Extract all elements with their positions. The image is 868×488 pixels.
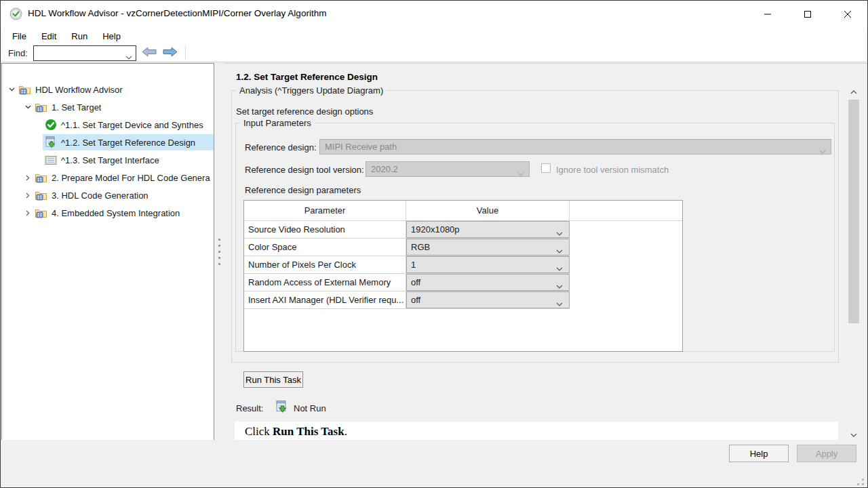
find-combobox[interactable] xyxy=(33,45,136,61)
parameter-name: Insert AXI Manager (HDL Verifier requ... xyxy=(244,291,406,309)
table-row: Random Access of External Memory off xyxy=(244,274,682,291)
chevron-collapsed-icon[interactable] xyxy=(22,175,33,181)
tree-item-label: 3. HDL Code Generation xyxy=(52,190,149,201)
find-previous-button[interactable] xyxy=(141,46,157,60)
tree-item-label: 1. Set Target xyxy=(52,102,101,113)
dropdown-value: off xyxy=(411,295,420,305)
parameter-column-header: Parameter xyxy=(244,201,406,220)
menu-edit[interactable]: Edit xyxy=(36,29,62,43)
chevron-expanded-icon[interactable] xyxy=(22,105,33,109)
find-toolbar: Find: xyxy=(1,44,867,62)
arrow-left-icon xyxy=(142,47,157,59)
minimize-button[interactable] xyxy=(752,1,783,28)
scroll-down-icon[interactable] xyxy=(847,429,861,441)
task-list-icon xyxy=(44,154,57,166)
workflow-folder-icon xyxy=(35,171,47,184)
workflow-tree: HDL Workflow Advisor xyxy=(2,81,214,222)
tree-item-label: 4. Embedded System Integration xyxy=(52,208,180,218)
tree-item-label: ^1.3. Set Target Interface xyxy=(61,155,159,165)
reference-design-dropdown[interactable]: MIPI Receive path xyxy=(319,139,831,155)
find-next-button[interactable] xyxy=(162,46,178,60)
toolbar-separator xyxy=(185,46,186,60)
instruction-prefix: Click xyxy=(245,425,273,438)
chevron-down-icon xyxy=(819,146,826,156)
chevron-collapsed-icon[interactable] xyxy=(22,210,33,216)
menu-help[interactable]: Help xyxy=(97,29,126,43)
find-input[interactable] xyxy=(37,47,122,59)
menu-bar: File Edit Run Help xyxy=(1,28,867,44)
insert-axi-manager-dropdown[interactable]: off xyxy=(406,291,570,308)
tree-item-hdl-workflow-advisor[interactable]: HDL Workflow Advisor xyxy=(2,81,214,98)
table-row: Source Video Resolution 1920x1080p xyxy=(244,221,682,239)
task-vertical-scrollbar[interactable] xyxy=(847,86,861,441)
ignore-mismatch-checkbox[interactable] xyxy=(541,163,551,173)
chevron-down-icon[interactable] xyxy=(125,52,132,62)
table-row: Color Space RGB xyxy=(244,239,682,256)
value-column-header: Value xyxy=(406,201,570,220)
dropdown-value: 1920x1080p xyxy=(411,224,460,235)
chevron-down-icon xyxy=(556,281,563,291)
result-status: Not Run xyxy=(294,403,326,413)
task-message-area: Click Run This Task. xyxy=(235,422,838,441)
help-button[interactable]: Help xyxy=(729,445,789,462)
ignore-mismatch-label: Ignore tool version mismatch xyxy=(556,165,669,175)
pixels-per-clock-dropdown[interactable]: 1 xyxy=(406,256,570,273)
workflow-folder-icon xyxy=(35,207,47,219)
panel-splitter[interactable] xyxy=(215,63,224,440)
menu-file[interactable]: File xyxy=(7,29,32,43)
task-current-icon xyxy=(44,136,57,148)
task-detail-panel: 1.2. Set Target Reference Design Analysi… xyxy=(224,63,868,440)
tree-item-label: 2. Prepare Model For HDL Code Genera xyxy=(52,173,210,183)
chevron-down-icon xyxy=(556,245,563,256)
window-title: HDL Workflow Advisor - vzCornerDetection… xyxy=(28,8,326,18)
menu-run[interactable]: Run xyxy=(66,29,93,43)
parameter-name: Random Access of External Memory xyxy=(244,274,406,291)
tree-item-set-target[interactable]: 1. Set Target xyxy=(2,98,214,116)
tree-item-set-target-device[interactable]: ^1.1. Set Target Device and Synthes xyxy=(2,116,214,134)
tree-item-label: ^1.1. Set Target Device and Synthes xyxy=(61,120,203,130)
footer-bar: Help Apply xyxy=(1,440,867,488)
reference-design-value: MIPI Receive path xyxy=(325,142,397,152)
close-button[interactable] xyxy=(832,1,863,28)
parameter-name: Color Space xyxy=(244,239,406,256)
maximize-button[interactable] xyxy=(792,1,823,28)
workflow-folder-icon xyxy=(35,189,47,201)
chevron-collapsed-icon[interactable] xyxy=(22,192,33,199)
task-description: Set target reference design options xyxy=(236,106,373,117)
tree-item-prepare-model[interactable]: 2. Prepare Model For HDL Code Genera xyxy=(2,169,214,186)
tree-item-hdl-code-generation[interactable]: 3. HDL Code Generation xyxy=(2,186,214,204)
dropdown-value: off xyxy=(411,277,420,287)
task-passed-icon xyxy=(44,119,57,131)
title-bar: HDL Workflow Advisor - vzCornerDetection… xyxy=(1,1,867,28)
find-label: Find: xyxy=(8,48,28,58)
tool-version-dropdown[interactable]: 2020.2 xyxy=(366,161,530,177)
source-video-resolution-dropdown[interactable]: 1920x1080p xyxy=(406,221,570,238)
scroll-up-icon[interactable] xyxy=(847,86,861,98)
parameter-name: Number of Pixels Per Clock xyxy=(244,256,406,274)
table-row: Insert AXI Manager (HDL Verifier requ...… xyxy=(244,291,682,309)
params-section-label: Reference design parameters xyxy=(245,185,361,195)
apply-button[interactable]: Apply xyxy=(797,445,856,462)
tool-version-value: 2020.2 xyxy=(371,164,398,174)
chevron-expanded-icon[interactable] xyxy=(6,87,17,92)
random-access-memory-dropdown[interactable]: off xyxy=(406,274,570,291)
input-parameters-label: Input Parameters xyxy=(240,118,315,128)
run-this-task-button[interactable]: Run This Task xyxy=(243,371,303,388)
tree-item-set-target-interface[interactable]: ^1.3. Set Target Interface xyxy=(2,151,214,169)
tree-item-embedded-system-integration[interactable]: 4. Embedded System Integration xyxy=(2,204,214,222)
chevron-down-icon xyxy=(556,263,563,273)
chevron-down-icon xyxy=(556,298,563,308)
color-space-dropdown[interactable]: RGB xyxy=(406,239,570,256)
result-not-run-icon xyxy=(275,400,288,413)
hdl-workflow-advisor-window: HDL Workflow Advisor - vzCornerDetection… xyxy=(0,0,868,488)
tree-item-set-target-reference-design[interactable]: ^1.2. Set Target Reference Design xyxy=(2,134,214,151)
tool-version-label: Reference design tool version: xyxy=(245,165,364,175)
scrollbar-thumb[interactable] xyxy=(848,100,859,323)
instruction-suffix: . xyxy=(344,425,347,438)
reference-design-label: Reference design: xyxy=(245,142,317,152)
task-heading: 1.2. Set Target Reference Design xyxy=(236,72,378,82)
resize-grip-icon[interactable] xyxy=(857,479,864,485)
advisor-app-icon xyxy=(9,7,22,20)
chevron-down-icon xyxy=(556,228,563,238)
reference-design-parameters-table: Parameter Value Source Video Resolution … xyxy=(243,200,683,352)
